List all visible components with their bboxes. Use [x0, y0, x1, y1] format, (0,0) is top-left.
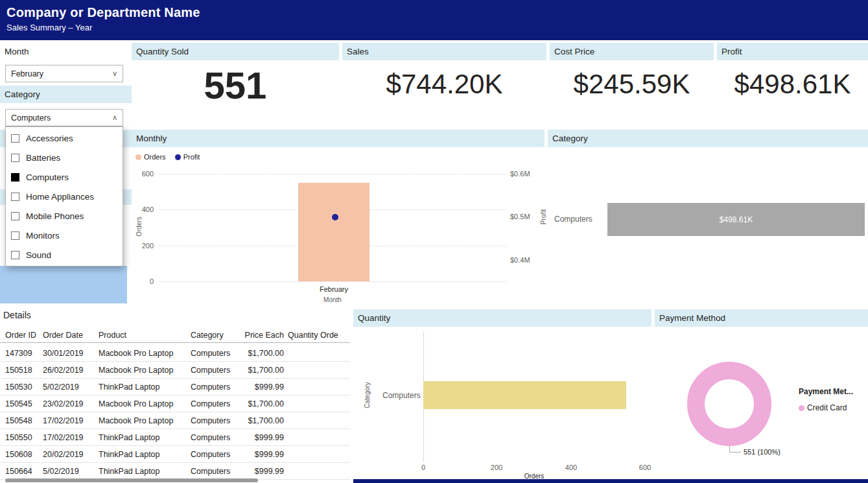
profit-legend-dot-icon	[175, 154, 181, 160]
cell-price-each: $999.99	[237, 463, 288, 479]
slicer-selection-block[interactable]	[0, 266, 127, 303]
right-axis-tick: $0.6M	[510, 170, 540, 178]
cell-price-each: $999.99	[237, 446, 288, 462]
category-slicer-label: Category	[0, 86, 132, 103]
details-column-header[interactable]: Product	[99, 327, 191, 342]
kpi-quantity-sold: Quantity Sold 551	[132, 43, 339, 130]
kpi-quantity-sold-value: 551	[132, 64, 339, 107]
table-row[interactable]: 150530 5/02/2019 ThinkPad Laptop Compute…	[0, 379, 350, 395]
donut-slice-credit-card[interactable]	[687, 362, 771, 446]
credit-card-legend-dot-icon	[799, 405, 804, 411]
report-subtitle: Sales Summary – Year	[6, 23, 862, 32]
kpi-cost-price-label: Cost Price	[550, 43, 714, 60]
kpi-cost-price-value: $245.59K	[550, 69, 714, 100]
category-chart-panel: Category Computers $498.61K	[548, 130, 868, 305]
kpi-sales: Sales $744.20K	[342, 43, 546, 130]
table-row[interactable]: 147309 30/01/2019 Macbook Pro Laptop Com…	[0, 345, 350, 362]
cell-order-date: 30/01/2019	[43, 345, 99, 361]
category-option[interactable]: Sound	[6, 245, 123, 265]
category-option[interactable]: Mobile Phones	[6, 206, 123, 226]
category-option[interactable]: Accessories	[6, 128, 123, 148]
cell-order-id: 150664	[5, 463, 43, 479]
payment-legend-title: Payment Met...	[799, 387, 853, 396]
category-option[interactable]: Monitors	[6, 226, 123, 245]
orders-legend-dot-icon	[135, 154, 141, 160]
category-option[interactable]: Computers	[6, 167, 123, 187]
quantity-orders-bar[interactable]	[423, 381, 626, 409]
legend-item-profit[interactable]: Profit	[175, 153, 200, 161]
category-option-label: Monitors	[26, 231, 60, 241]
quantity-y-axis-title: Category	[364, 376, 371, 415]
cell-category: Computers	[191, 429, 237, 445]
category-dropdown-value: Computers	[11, 113, 51, 123]
chevron-up-icon: ∧	[112, 113, 117, 122]
table-row[interactable]: 150664 5/02/2019 ThinkPad Laptop Compute…	[0, 463, 350, 480]
details-title: Details	[3, 310, 31, 320]
cell-category: Computers	[191, 463, 237, 479]
category-option-label: Computers	[26, 172, 69, 182]
orders-legend-label: Orders	[144, 153, 166, 161]
cell-order-id: 150518	[5, 362, 43, 378]
legend-item-orders[interactable]: Orders	[135, 153, 166, 161]
details-table-body: 147309 30/01/2019 Macbook Pro Laptop Com…	[0, 345, 350, 480]
category-axis-label: Computers	[554, 215, 592, 224]
category-option[interactable]: Batteries	[6, 148, 123, 167]
quantity-chart-title: Quantity	[353, 309, 651, 327]
table-row[interactable]: 150518 26/02/2019 Macbook Pro Laptop Com…	[0, 362, 350, 379]
horizontal-scrollbar[interactable]	[5, 478, 258, 482]
cell-order-date: 26/02/2019	[43, 362, 99, 378]
kpi-quantity-sold-label: Quantity Sold	[132, 43, 339, 60]
checkbox-icon[interactable]	[11, 251, 19, 259]
page-bottom-strip	[353, 479, 868, 483]
legend-item-credit-card[interactable]: Credit Card	[799, 403, 847, 412]
details-column-header[interactable]: Order ID	[5, 327, 43, 342]
checkbox-icon[interactable]	[11, 134, 19, 143]
month-dropdown-value: February	[11, 69, 43, 78]
profit-point[interactable]	[332, 214, 338, 220]
details-column-header[interactable]: Quantity Orde	[288, 327, 349, 342]
category-option-label: Batteries	[26, 153, 60, 163]
details-column-header[interactable]: Price Each	[237, 327, 288, 342]
monthly-chart-title: Monthly	[132, 130, 545, 147]
cell-product: Macbook Pro Laptop	[99, 395, 191, 412]
gridline	[159, 174, 506, 174]
table-row[interactable]: 150608 20/02/2019 ThinkPad Laptop Comput…	[0, 446, 350, 463]
category-chart-title: Category	[548, 130, 868, 147]
category-option-label: Sound	[26, 250, 51, 260]
cell-quantity-ordered	[288, 379, 349, 395]
details-column-header[interactable]: Order Date	[43, 327, 99, 342]
cell-order-id: 150550	[5, 429, 43, 445]
category-profit-bar[interactable]: $498.61K	[607, 203, 865, 236]
quantity-x-tick: 600	[632, 464, 658, 471]
cell-price-each: $999.99	[237, 429, 288, 445]
report-title: Company or Department Name	[6, 5, 862, 20]
quantity-x-tick: 400	[558, 464, 584, 471]
details-column-header[interactable]: Category	[191, 327, 237, 342]
category-dropdown[interactable]: Computers ∧	[5, 109, 123, 126]
table-row[interactable]: 150548 17/02/2019 Macbook Pro Laptop Com…	[0, 412, 350, 429]
cell-order-date: 23/02/2019	[43, 395, 99, 412]
table-row[interactable]: 150550 17/02/2019 ThinkPad Laptop Comput…	[0, 429, 350, 446]
x-axis-title: Month	[159, 296, 506, 303]
category-option[interactable]: Home Appliances	[6, 187, 123, 206]
cell-product: Macbook Pro Laptop	[99, 345, 191, 361]
category-bar-value: $498.61K	[720, 215, 753, 224]
checkbox-icon[interactable]	[11, 154, 19, 162]
cell-quantity-ordered	[288, 412, 349, 429]
credit-card-legend-label: Credit Card	[807, 403, 847, 412]
checkbox-icon[interactable]	[11, 212, 19, 220]
cell-price-each: $1,700.00	[237, 362, 288, 378]
cell-product: ThinkPad Laptop	[99, 446, 191, 462]
orders-bar[interactable]	[298, 183, 369, 281]
checkbox-icon[interactable]	[11, 193, 19, 201]
cell-order-id: 150548	[5, 412, 43, 429]
kpi-sales-value: $744.20K	[342, 69, 546, 100]
cell-price-each: $1,700.00	[237, 395, 288, 412]
month-dropdown[interactable]: February ∨	[5, 65, 123, 82]
table-row[interactable]: 150545 23/02/2019 Macbook Pro Laptop Com…	[0, 395, 350, 412]
gridline	[159, 281, 506, 282]
cell-product: Macbook Pro Laptop	[99, 362, 191, 378]
checkbox-icon[interactable]	[11, 231, 19, 240]
checkbox-icon[interactable]	[11, 173, 19, 182]
cell-order-id: 147309	[5, 345, 43, 361]
